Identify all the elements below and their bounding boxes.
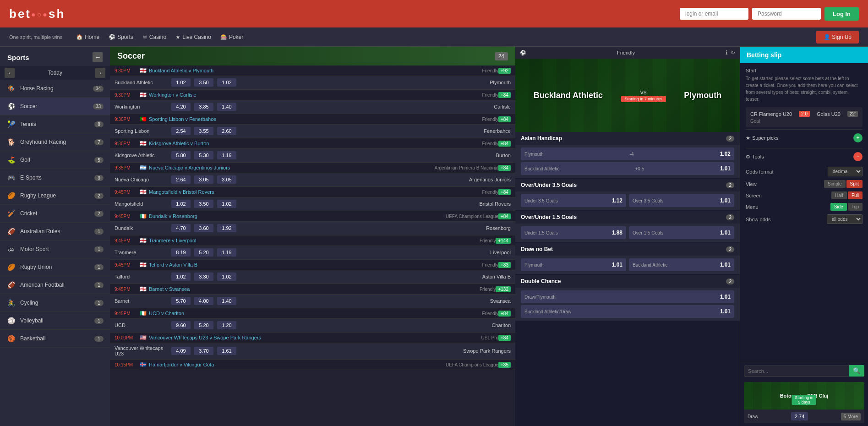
dnb-buckland-btn[interactable]: Buckland Athletic 1.01 [629,258,734,271]
match-more-mangotsfield[interactable]: +84 [498,189,511,195]
match-link-dundalk[interactable]: Dundalk v Rosenborg [149,213,443,219]
sidebar-item-cycling[interactable]: 🚴 Cycling 1 [0,294,110,312]
search-button[interactable]: 🔍 [849,365,864,377]
search-input[interactable] [744,366,849,377]
sidebar-item-greyhound[interactable]: 🐕 Greyhound Racing 7 [0,133,110,151]
password-input[interactable] [752,8,821,20]
odd-tranmere-3[interactable]: 1.19 [217,248,236,257]
sidebar-collapse-btn[interactable]: ⬅ [93,52,103,62]
odd-kidsgrove-3[interactable]: 1.19 [217,151,236,159]
odd-barnet-1[interactable]: 5.70 [171,297,191,305]
match-link-tranmere[interactable]: Tranmere v Liverpool [149,238,477,243]
odd-nueva-3[interactable]: 3.05 [217,175,236,184]
match-more-workington[interactable]: +84 [498,92,511,98]
match-link-vancouver[interactable]: Vancouver Whitecaps U23 v Swope Park Ran… [149,335,479,340]
odd-dundalk-1[interactable]: 4.70 [171,224,191,232]
email-input[interactable] [680,8,748,20]
sidebar-item-horse-racing[interactable]: 🏇 Horse Racing 34 [0,80,110,98]
match-more-barnet[interactable]: +132 [496,286,511,292]
mini-match-odd-btn[interactable]: 2.74 [791,412,808,421]
slip-tools-header[interactable]: ⚙ Tools − [746,152,863,161]
market-ou15-header[interactable]: Over/Under 1.5 Goals 2 [515,211,740,224]
match-link-buckland[interactable]: Buckland Athletic v Plymouth [149,68,479,73]
show-odds-select[interactable]: all odds best odds [827,214,863,224]
match-link-nueva[interactable]: Nueva Chicago v Argentinos Juniors [149,165,432,170]
odd-ucd-3[interactable]: 1.20 [217,321,236,329]
odd-kidsgrove-1[interactable]: 5.80 [171,151,191,159]
sidebar-item-soccer[interactable]: ⚽ Soccer 33 [0,98,110,115]
menu-top-btn[interactable]: Top [848,203,863,211]
odd-vancouver-1[interactable]: 4.09 [171,347,191,355]
sidebar-item-rugby-union[interactable]: 🏉 Rugby Union 1 [0,258,110,276]
match-link-hafnar[interactable]: Hafnarfjordur v Vikingur Gota [149,362,443,367]
sidebar-next-btn[interactable]: › [95,68,105,78]
odd-ucd-1[interactable]: 9.60 [171,321,191,329]
odd-barnet-3[interactable]: 1.40 [217,297,236,305]
match-more-ucd[interactable]: +84 [498,311,511,317]
asian-plymouth-btn[interactable]: Plymouth -4 1.02 [521,147,734,160]
nav-casino[interactable]: ♾ Casino [142,34,166,40]
odd-vancouver-3[interactable]: 1.61 [217,347,236,355]
match-more-hafnar[interactable]: +85 [498,362,511,368]
odd-mang-1[interactable]: 1.02 [171,200,191,208]
dc-draw-plymouth-btn[interactable]: Draw/Plymouth 1.01 [521,290,734,303]
market-dc-header[interactable]: Double Chance 2 [515,275,740,288]
sidebar-item-basketball[interactable]: 🏀 Basketball 1 [0,330,110,348]
tools-collapse-btn[interactable]: − [853,152,863,161]
odd-buckland-1[interactable]: 1.02 [171,78,191,87]
market-asian-header[interactable]: Asian Handicap 2 [515,132,740,145]
super-picks-toggle[interactable]: + [853,133,863,142]
odd-buckland-3[interactable]: 1.02 [217,78,236,87]
odd-telford-2[interactable]: 3.30 [194,273,213,281]
match-refresh-btn[interactable]: ↻ [731,49,735,56]
login-button[interactable]: Log In [824,7,859,21]
sidebar-item-esports[interactable]: 🎮 E-Sports 3 [0,169,110,187]
match-more-telford[interactable]: +83 [498,262,511,268]
match-more-tranmere[interactable]: +144 [496,238,511,244]
view-split-btn[interactable]: Split [846,180,863,188]
sidebar-item-motor-sport[interactable]: 🏎 Motor Sport 1 [0,240,110,258]
match-more-kidsgrove[interactable]: +84 [498,141,511,147]
over15-btn[interactable]: Over 1.5 Goals 1.01 [629,226,734,239]
odd-mang-3[interactable]: 1.02 [217,200,236,208]
screen-half-btn[interactable]: Half [831,191,847,199]
sidebar-item-tennis[interactable]: 🎾 Tennis 8 [0,115,110,133]
odd-workington-1[interactable]: 4.20 [171,103,191,111]
menu-side-btn[interactable]: Side [830,203,847,211]
match-more-buckland[interactable]: +92 [498,68,511,74]
under15-btn[interactable]: Under 1.5 Goals 1.88 [521,226,626,239]
match-more-nueva[interactable]: +84 [498,165,511,171]
match-link-sporting[interactable]: Sporting Lisbon v Fenerbahce [149,116,479,122]
odd-sporting-1[interactable]: 2.54 [171,127,191,135]
match-link-ucd[interactable]: UCD v Charlton [149,311,479,316]
match-info-btn[interactable]: ℹ [726,49,728,56]
odd-nueva-1[interactable]: 2.64 [171,175,191,184]
over35-btn[interactable]: Over 3.5 Goals 1.01 [629,194,734,207]
sidebar-prev-btn[interactable]: ‹ [5,68,15,78]
under35-btn[interactable]: Under 3.5 Goals 1.12 [521,194,626,207]
nav-poker[interactable]: 🎰 Poker [220,34,243,40]
odd-telford-3[interactable]: 1.02 [217,273,236,281]
market-dnb-header[interactable]: Draw no Bet 2 [515,243,740,256]
odd-buckland-2[interactable]: 3.50 [194,78,213,87]
odd-tranmere-1[interactable]: 8.19 [171,248,191,257]
nav-sports[interactable]: ⚽ Sports [109,34,133,40]
match-link-workington[interactable]: Workington v Carlisle [149,92,479,98]
odd-mang-2[interactable]: 3.50 [194,200,213,208]
view-simple-btn[interactable]: Simple [824,180,846,188]
odd-kidsgrove-2[interactable]: 5.30 [194,151,213,159]
asian-buckland-btn[interactable]: Buckland Athletic +0.5 1.01 [521,162,734,175]
odd-nueva-2[interactable]: 3.05 [194,175,213,184]
odd-sporting-2[interactable]: 3.55 [194,127,213,135]
match-link-mangotsfield[interactable]: Mangotsfield v Bristol Rovers [149,189,479,195]
market-ou35-header[interactable]: Over/Under 3.5 Goals 2 [515,179,740,191]
match-link-kidsgrove[interactable]: Kidsgrove Athletic v Burton [149,141,479,146]
odd-barnet-2[interactable]: 4.00 [194,297,213,305]
match-more-vancouver[interactable]: +84 [498,335,511,341]
sidebar-item-aussie-rules[interactable]: 🏈 Australian Rules 1 [0,223,110,240]
match-more-dundalk[interactable]: +84 [498,213,511,219]
match-link-barnet[interactable]: Barnet v Swansea [149,286,477,292]
odd-ucd-2[interactable]: 5.20 [194,321,213,329]
odd-dundalk-2[interactable]: 3.60 [194,224,213,232]
odds-format-select[interactable]: decimal fractional american [828,167,863,176]
